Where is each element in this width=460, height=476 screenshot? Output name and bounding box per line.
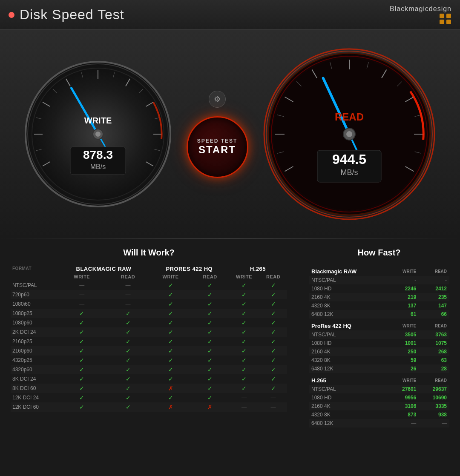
check-icon: ✓: [207, 319, 213, 326]
write-value: 250: [388, 347, 419, 356]
speed-section-header: H.265 WRITE READ: [309, 373, 449, 385]
right-panel-title: How Fast?: [309, 248, 449, 258]
read-col-header: READ: [419, 373, 449, 385]
compat-row: 1080p25✓✓✓✓✓✓: [11, 309, 287, 318]
check-icon: ✓: [271, 385, 276, 392]
compat-row: 12K DCI 60✓✓✗✗——: [11, 402, 287, 412]
check-icon: ✓: [271, 357, 276, 364]
center-controls: ⚙ SPEED TEST START: [183, 91, 251, 178]
col-prores: ProRes 422 HQ: [150, 264, 229, 273]
compat-row: 4320p25✓✓✓✓✓✓: [11, 356, 287, 365]
check-icon: ✓: [242, 347, 247, 354]
compatibility-table: FORMAT Blackmagic RAW ProRes 422 HQ H.26…: [11, 264, 287, 412]
check-icon: ✓: [168, 357, 173, 364]
compat-row: 8K DCI 60✓✓✗✓✓✓: [11, 384, 287, 393]
speed-format: 4320 8K: [309, 410, 388, 419]
dash-icon: —: [79, 292, 84, 298]
check-icon: ✓: [271, 301, 276, 307]
start-button[interactable]: SPEED TEST START: [187, 116, 248, 178]
check-icon: ✓: [207, 376, 213, 382]
speed-format: 4320 8K: [309, 301, 388, 310]
write-gauge-svg: 878.3 MB/s WRITE: [21, 57, 175, 211]
speed-format: 1080 HD: [309, 339, 388, 347]
check-icon: ✓: [126, 394, 131, 401]
check-icon: ✓: [126, 329, 131, 335]
check-icon: ✓: [207, 394, 213, 401]
write-col-header: WRITE: [388, 264, 419, 276]
close-button[interactable]: [9, 12, 14, 18]
brand-dot-4: [446, 20, 451, 24]
read-value: -: [419, 276, 449, 284]
check-icon: ✓: [168, 319, 173, 326]
check-icon: ✓: [79, 338, 84, 345]
dash-icon: —: [126, 301, 131, 307]
speed-data-row: NTSC/PAL 27601 29637: [309, 385, 449, 393]
read-value: 2412: [419, 284, 449, 293]
speed-format: 2160 4K: [309, 293, 388, 301]
dash-icon: —: [126, 282, 131, 288]
svg-point-23: [95, 132, 101, 137]
check-icon: ✓: [168, 366, 173, 373]
col-format-sub: [11, 273, 58, 281]
dash-icon: —: [79, 301, 84, 307]
read-value: 3335: [419, 402, 449, 410]
speed-format: 6480 12K: [309, 419, 388, 427]
speed-data-row: 6480 12K — —: [309, 419, 449, 427]
check-icon: ✓: [79, 319, 84, 326]
svg-point-53: [346, 131, 352, 137]
start-btn-line1: SPEED TEST: [197, 138, 238, 144]
write-value: 1001: [388, 339, 419, 347]
check-icon: ✓: [271, 329, 276, 335]
gauge-area: 878.3 MB/s WRITE ⚙ SPEED TEST START: [0, 30, 460, 238]
write-col-header: WRITE: [388, 318, 419, 330]
dash-icon: —: [271, 404, 276, 410]
write-value: 873: [388, 410, 419, 419]
speed-data-row: 2160 4K 250 268: [309, 347, 449, 356]
speed-format: 2160 4K: [309, 347, 388, 356]
check-icon: ✓: [242, 376, 247, 382]
right-panel: How Fast? Blackmagic RAW WRITE READ NTSC…: [298, 239, 460, 476]
check-icon: ✓: [79, 357, 84, 364]
read-value: 938: [419, 410, 449, 419]
brand-dot-1: [440, 14, 444, 18]
left-panel-title: Will It Work?: [11, 248, 287, 258]
check-icon: ✓: [168, 282, 173, 289]
check-icon: ✓: [207, 357, 213, 364]
speed-data-row: 6480 12K 61 66: [309, 310, 449, 318]
compat-row: 12K DCI 24✓✓✓✓——: [11, 393, 287, 402]
write-value: 9956: [388, 393, 419, 402]
speed-format: NTSC/PAL: [309, 330, 388, 339]
speed-format: NTSC/PAL: [309, 385, 388, 393]
speed-format: 1080 HD: [309, 393, 388, 402]
write-value: 3106: [388, 402, 419, 410]
check-icon: ✓: [168, 301, 173, 307]
gear-icon: ⚙: [214, 95, 221, 104]
check-icon: ✓: [168, 329, 173, 335]
read-value: 147: [419, 301, 449, 310]
dash-icon: —: [271, 395, 276, 401]
check-icon: ✓: [242, 291, 247, 298]
speed-format: 1080 HD: [309, 284, 388, 293]
check-icon: ✓: [126, 357, 131, 364]
speed-format: 4320 8K: [309, 356, 388, 364]
check-icon: ✓: [168, 394, 173, 401]
check-icon: ✓: [242, 310, 247, 317]
dash-icon: —: [126, 292, 131, 298]
col-bmraw: Blackmagic RAW: [58, 264, 150, 273]
check-icon: ✓: [126, 366, 131, 373]
speed-format: 6480 12K: [309, 364, 388, 373]
svg-text:MB/s: MB/s: [340, 168, 358, 177]
read-value: 66: [419, 310, 449, 318]
speed-data-row: 4320 8K 59 63: [309, 356, 449, 364]
settings-button[interactable]: ⚙: [209, 91, 226, 108]
read-gauge: 944.5 MB/s READ: [260, 45, 439, 224]
prores-read-header: READ: [191, 273, 229, 281]
check-icon: ✓: [168, 338, 173, 345]
check-icon: ✓: [168, 291, 173, 298]
write-col-header: WRITE: [388, 373, 419, 385]
write-value: 3505: [388, 330, 419, 339]
svg-text:READ: READ: [335, 111, 364, 123]
compat-row: 2160p60✓✓✓✓✓✓: [11, 346, 287, 356]
brand-dots: [440, 14, 451, 24]
read-value: 28: [419, 364, 449, 373]
